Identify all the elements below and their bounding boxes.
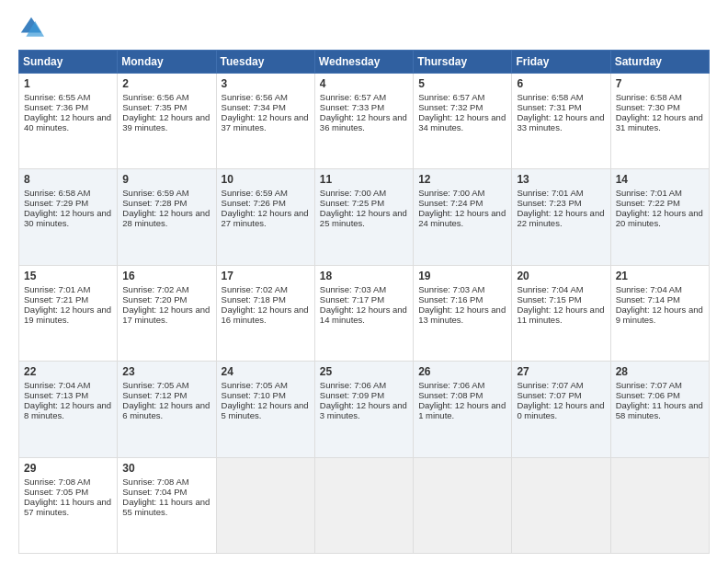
sunset-label: Sunset: 7:33 PM xyxy=(320,102,384,112)
sunrise-label: Sunrise: 6:57 AM xyxy=(320,92,386,102)
day-number: 14 xyxy=(616,173,704,186)
sunrise-label: Sunrise: 7:01 AM xyxy=(616,188,682,198)
day-number: 5 xyxy=(418,77,506,90)
sunset-label: Sunset: 7:28 PM xyxy=(122,198,187,208)
day-cell: 13Sunrise: 7:01 AMSunset: 7:23 PMDayligh… xyxy=(512,169,610,265)
sunset-label: Sunset: 7:05 PM xyxy=(24,487,88,497)
day-cell: 22Sunrise: 7:04 AMSunset: 7:13 PMDayligh… xyxy=(19,362,118,457)
day-cell: 4Sunrise: 6:57 AMSunset: 7:33 PMDaylight… xyxy=(314,74,413,169)
sunrise-label: Sunrise: 7:04 AM xyxy=(517,284,583,294)
day-cell xyxy=(314,457,413,553)
sunset-label: Sunset: 7:10 PM xyxy=(222,390,286,400)
day-cell: 3Sunrise: 6:56 AMSunset: 7:34 PMDaylight… xyxy=(216,74,314,169)
daylight-label: Daylight: 12 hours and 28 minutes. xyxy=(122,208,210,228)
daylight-label: Daylight: 12 hours and 5 minutes. xyxy=(222,400,309,420)
daylight-label: Daylight: 12 hours and 11 minutes. xyxy=(517,304,604,325)
day-number: 25 xyxy=(320,365,408,378)
week-row-2: 8Sunrise: 6:58 AMSunset: 7:29 PMDaylight… xyxy=(19,169,710,265)
sunset-label: Sunset: 7:14 PM xyxy=(616,294,680,304)
day-cell: 1Sunrise: 6:55 AMSunset: 7:36 PMDaylight… xyxy=(19,74,118,169)
col-header-tuesday: Tuesday xyxy=(216,51,314,74)
day-number: 24 xyxy=(222,365,310,378)
logo-icon xyxy=(18,15,44,40)
sunset-label: Sunset: 7:36 PM xyxy=(24,102,88,112)
sunrise-label: Sunrise: 6:55 AM xyxy=(24,92,90,102)
day-number: 30 xyxy=(122,462,210,475)
daylight-label: Daylight: 12 hours and 6 minutes. xyxy=(122,400,210,420)
week-row-4: 22Sunrise: 7:04 AMSunset: 7:13 PMDayligh… xyxy=(19,362,710,457)
day-number: 2 xyxy=(122,77,210,90)
daylight-label: Daylight: 11 hours and 58 minutes. xyxy=(616,400,703,420)
daylight-label: Daylight: 12 hours and 33 minutes. xyxy=(517,112,604,132)
day-cell: 30Sunrise: 7:08 AMSunset: 7:04 PMDayligh… xyxy=(118,457,216,553)
day-cell: 2Sunrise: 6:56 AMSunset: 7:35 PMDaylight… xyxy=(118,74,216,169)
day-cell: 21Sunrise: 7:04 AMSunset: 7:14 PMDayligh… xyxy=(610,265,709,361)
sunset-label: Sunset: 7:07 PM xyxy=(517,390,581,400)
week-row-1: 1Sunrise: 6:55 AMSunset: 7:36 PMDaylight… xyxy=(19,74,710,169)
sunset-label: Sunset: 7:15 PM xyxy=(517,294,581,304)
sunset-label: Sunset: 7:24 PM xyxy=(418,198,483,208)
day-cell: 5Sunrise: 6:57 AMSunset: 7:32 PMDaylight… xyxy=(414,74,512,169)
sunrise-label: Sunrise: 7:08 AM xyxy=(24,477,90,487)
sunrise-label: Sunrise: 7:02 AM xyxy=(222,284,288,294)
col-header-wednesday: Wednesday xyxy=(314,51,413,74)
sunset-label: Sunset: 7:20 PM xyxy=(122,294,187,304)
sunset-label: Sunset: 7:12 PM xyxy=(122,390,187,400)
sunset-label: Sunset: 7:26 PM xyxy=(222,198,286,208)
sunrise-label: Sunrise: 6:59 AM xyxy=(222,188,288,198)
day-number: 4 xyxy=(320,77,408,90)
daylight-label: Daylight: 11 hours and 57 minutes. xyxy=(24,497,111,517)
daylight-label: Daylight: 12 hours and 31 minutes. xyxy=(616,112,703,132)
day-number: 27 xyxy=(517,365,605,378)
day-number: 19 xyxy=(418,270,506,282)
daylight-label: Daylight: 12 hours and 16 minutes. xyxy=(222,304,309,325)
sunset-label: Sunset: 7:21 PM xyxy=(24,294,88,304)
sunrise-label: Sunrise: 6:57 AM xyxy=(418,92,484,102)
daylight-label: Daylight: 12 hours and 9 minutes. xyxy=(616,304,703,325)
day-cell: 27Sunrise: 7:07 AMSunset: 7:07 PMDayligh… xyxy=(512,362,610,457)
sunrise-label: Sunrise: 7:08 AM xyxy=(122,477,188,487)
day-cell xyxy=(512,457,610,553)
day-cell: 28Sunrise: 7:07 AMSunset: 7:06 PMDayligh… xyxy=(610,362,709,457)
day-cell: 24Sunrise: 7:05 AMSunset: 7:10 PMDayligh… xyxy=(216,362,314,457)
day-cell: 16Sunrise: 7:02 AMSunset: 7:20 PMDayligh… xyxy=(118,265,216,361)
sunset-label: Sunset: 7:18 PM xyxy=(222,294,286,304)
daylight-label: Daylight: 12 hours and 13 minutes. xyxy=(418,304,506,325)
day-cell: 15Sunrise: 7:01 AMSunset: 7:21 PMDayligh… xyxy=(19,265,118,361)
daylight-label: Daylight: 12 hours and 20 minutes. xyxy=(616,208,703,228)
daylight-label: Daylight: 12 hours and 30 minutes. xyxy=(24,208,111,228)
daylight-label: Daylight: 12 hours and 8 minutes. xyxy=(24,400,111,420)
day-cell xyxy=(414,457,512,553)
sunset-label: Sunset: 7:29 PM xyxy=(24,198,88,208)
day-cell: 26Sunrise: 7:06 AMSunset: 7:08 PMDayligh… xyxy=(414,362,512,457)
sunrise-label: Sunrise: 7:05 AM xyxy=(222,380,288,390)
daylight-label: Daylight: 12 hours and 14 minutes. xyxy=(320,304,407,325)
sunrise-label: Sunrise: 6:58 AM xyxy=(517,92,583,102)
sunset-label: Sunset: 7:17 PM xyxy=(320,294,384,304)
daylight-label: Daylight: 12 hours and 3 minutes. xyxy=(320,400,407,420)
sunset-label: Sunset: 7:08 PM xyxy=(418,390,483,400)
sunset-label: Sunset: 7:04 PM xyxy=(122,487,187,497)
daylight-label: Daylight: 12 hours and 19 minutes. xyxy=(24,304,111,325)
day-cell xyxy=(216,457,314,553)
daylight-label: Daylight: 12 hours and 1 minute. xyxy=(418,400,506,420)
col-header-saturday: Saturday xyxy=(610,51,709,74)
daylight-label: Daylight: 12 hours and 37 minutes. xyxy=(222,112,309,132)
day-number: 3 xyxy=(222,77,310,90)
day-number: 11 xyxy=(320,173,408,186)
sunrise-label: Sunrise: 6:59 AM xyxy=(122,188,188,198)
week-row-5: 29Sunrise: 7:08 AMSunset: 7:05 PMDayligh… xyxy=(19,457,710,553)
day-number: 13 xyxy=(517,173,605,186)
day-number: 29 xyxy=(24,462,112,475)
daylight-label: Daylight: 12 hours and 40 minutes. xyxy=(24,112,111,132)
sunrise-label: Sunrise: 7:03 AM xyxy=(320,284,386,294)
day-number: 15 xyxy=(24,270,112,282)
day-number: 22 xyxy=(24,365,112,378)
daylight-label: Daylight: 12 hours and 24 minutes. xyxy=(418,208,506,228)
sunset-label: Sunset: 7:25 PM xyxy=(320,198,384,208)
sunrise-label: Sunrise: 7:00 AM xyxy=(418,188,484,198)
day-cell: 6Sunrise: 6:58 AMSunset: 7:31 PMDaylight… xyxy=(512,74,610,169)
day-cell: 12Sunrise: 7:00 AMSunset: 7:24 PMDayligh… xyxy=(414,169,512,265)
sunset-label: Sunset: 7:35 PM xyxy=(122,102,187,112)
day-cell: 19Sunrise: 7:03 AMSunset: 7:16 PMDayligh… xyxy=(414,265,512,361)
